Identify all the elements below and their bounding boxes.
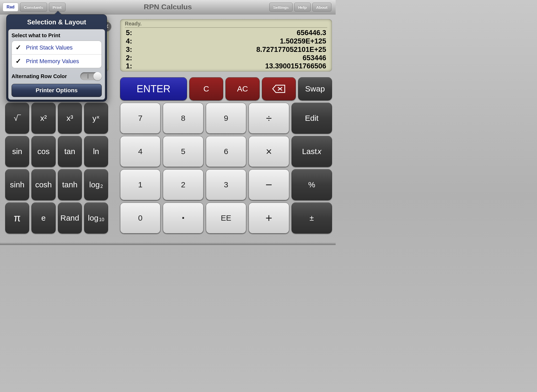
stack-row: 4:1.50259E+125 [125, 37, 327, 46]
function-keypad: √‾ x² x³ yˣ sin cos tan ln sinh cosh tan… [5, 103, 108, 233]
lastx-key[interactable]: Lastx [292, 136, 332, 167]
cos-key[interactable]: cos [31, 136, 55, 167]
yx-key[interactable]: yˣ [84, 103, 108, 134]
backspace-key[interactable] [262, 77, 296, 100]
ee-key[interactable]: EE [206, 203, 246, 233]
digit-1[interactable]: 1 [120, 169, 160, 200]
x3-key[interactable]: x³ [58, 103, 82, 134]
alternating-row-toggle[interactable] [80, 72, 102, 80]
add-key[interactable]: + [249, 203, 289, 233]
rad-button[interactable]: Rad [3, 3, 18, 12]
popover-section-label: Select what to Print [12, 32, 102, 39]
sqrt-key[interactable]: √‾ [5, 103, 29, 134]
clear-key[interactable]: C [189, 77, 223, 100]
check-icon: ✓ [15, 43, 23, 52]
e-key[interactable]: e [31, 203, 55, 233]
settings-button[interactable]: Settings [269, 3, 293, 12]
stack-row: 3:8.727177052101E+25 [125, 46, 327, 54]
option-label: Print Memory Values [26, 58, 79, 65]
popover-body: Select what to Print ✓ Print Stack Value… [8, 29, 105, 100]
help-button[interactable]: Help [294, 3, 311, 12]
divide-key[interactable]: ÷ [249, 103, 289, 134]
numeric-keypad: ENTER C AC Swap 7 8 9 ÷ Edit 4 5 6 × Las… [120, 77, 332, 236]
all-clear-key[interactable]: AC [225, 77, 259, 100]
digit-8[interactable]: 8 [163, 103, 203, 134]
sinh-key[interactable]: sinh [5, 169, 29, 200]
digit-2[interactable]: 2 [163, 169, 203, 200]
digit-4[interactable]: 4 [120, 136, 160, 167]
digit-7[interactable]: 7 [120, 103, 160, 134]
check-icon: ✓ [15, 57, 23, 65]
enter-key[interactable]: ENTER [120, 77, 187, 100]
print-button[interactable]: Print [49, 3, 66, 12]
ln-key[interactable]: ln [84, 136, 108, 167]
log2-key[interactable]: log2 [84, 169, 108, 200]
print-popover: Selection & Layout Select what to Print … [6, 14, 107, 102]
alternating-row-toggle-row: Alternating Row Color [12, 72, 102, 80]
tan-key[interactable]: tan [58, 136, 82, 167]
printer-options-button[interactable]: Printer Options [12, 84, 102, 97]
print-memory-option[interactable]: ✓ Print Memory Values [12, 54, 101, 68]
digit-5[interactable]: 5 [163, 136, 203, 167]
cosh-key[interactable]: cosh [31, 169, 55, 200]
stack-display: Ready. 5:656446.3 4:1.50259E+125 3:8.727… [120, 19, 332, 72]
toggle-label: Alternating Row Color [12, 73, 67, 79]
stack-row: 5:656446.3 [125, 29, 327, 37]
decimal-key[interactable]: · [163, 203, 203, 233]
digit-0[interactable]: 0 [120, 203, 160, 233]
option-label: Print Stack Values [26, 44, 73, 51]
toolbar: RPN Calculus Rad Constants Print Setting… [0, 0, 336, 14]
status-text: Ready. [125, 21, 327, 28]
percent-key[interactable]: % [292, 169, 332, 200]
digit-9[interactable]: 9 [206, 103, 246, 134]
swap-key[interactable]: Swap [298, 77, 332, 100]
plus-minus-key[interactable]: ± [292, 203, 332, 233]
tanh-key[interactable]: tanh [58, 169, 82, 200]
stack-row: 1:13.3900151766506 [125, 62, 327, 70]
print-stack-option[interactable]: ✓ Print Stack Values [12, 41, 101, 54]
popover-title: Selection & Layout [7, 15, 107, 29]
digit-6[interactable]: 6 [206, 136, 246, 167]
stack-row: 2:653446 [125, 54, 327, 62]
pi-key[interactable]: π [5, 203, 29, 233]
print-options-list: ✓ Print Stack Values ✓ Print Memory Valu… [12, 41, 102, 68]
rand-key[interactable]: Rand [58, 203, 82, 233]
digit-3[interactable]: 3 [206, 169, 246, 200]
edit-key[interactable]: Edit [292, 103, 332, 134]
backspace-icon [272, 85, 285, 93]
log10-key[interactable]: log10 [84, 203, 108, 233]
about-button[interactable]: About [312, 3, 331, 12]
x2-key[interactable]: x² [31, 103, 55, 134]
popover-arrow-icon [54, 11, 62, 15]
subtract-key[interactable]: − [249, 169, 289, 200]
constants-button[interactable]: Constants [20, 3, 47, 12]
sin-key[interactable]: sin [5, 136, 29, 167]
multiply-key[interactable]: × [249, 136, 289, 167]
